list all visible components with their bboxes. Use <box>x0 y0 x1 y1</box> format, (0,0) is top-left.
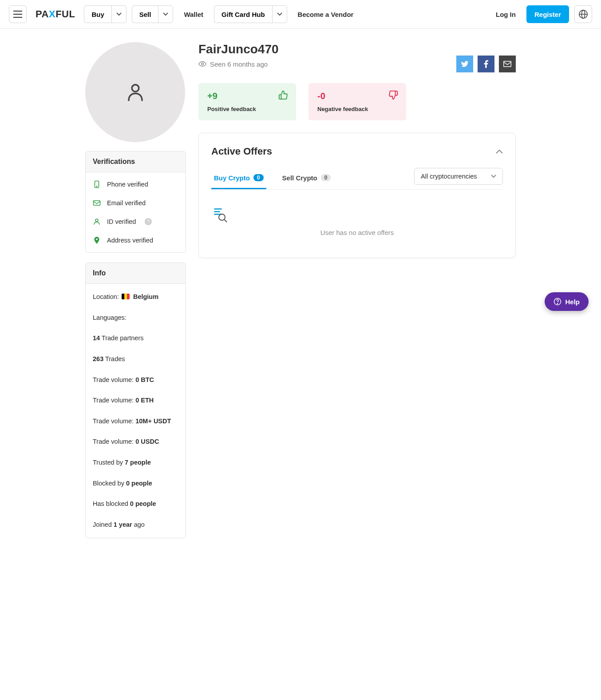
info-label: Location: <box>93 293 119 300</box>
info-label: Trades <box>103 355 125 362</box>
verification-label: Phone verified <box>107 181 148 188</box>
tab-buy-crypto[interactable]: Buy Crypto 0 <box>211 169 266 189</box>
negative-feedback-value: -0 <box>317 91 397 101</box>
giftcardhub-button[interactable]: Gift Card Hub <box>214 5 272 23</box>
svg-point-15 <box>558 303 558 304</box>
wallet-link[interactable]: Wallet <box>178 11 209 18</box>
buy-dropdown[interactable] <box>111 5 127 23</box>
verification-phone: Phone verified <box>86 175 186 194</box>
email-icon <box>503 61 511 67</box>
chevron-down-icon <box>116 12 122 16</box>
svg-rect-8 <box>504 61 511 67</box>
main-content: Verifications Phone verified Email verif… <box>76 29 525 561</box>
info-tv-usdt: Trade volume: 10M+ USDT <box>86 411 186 432</box>
svg-point-2 <box>132 84 139 91</box>
info-trusted: Trusted by 7 people <box>86 452 186 473</box>
svg-rect-10 <box>214 211 220 212</box>
location-pin-icon <box>93 236 101 244</box>
buy-group: Buy <box>84 5 126 23</box>
facebook-icon <box>484 60 488 68</box>
share-email[interactable] <box>499 56 516 72</box>
menu-button[interactable] <box>9 5 27 23</box>
tab-sell-crypto[interactable]: Sell Crypto 0 <box>280 169 334 189</box>
share-facebook[interactable] <box>478 56 494 72</box>
logo[interactable]: PAXFUL <box>36 8 75 20</box>
info-label: Joined <box>93 521 114 528</box>
twitter-icon <box>461 60 469 68</box>
svg-point-6 <box>95 219 98 222</box>
become-vendor-link[interactable]: Become a Vendor <box>293 11 359 18</box>
negative-feedback-card[interactable]: -0 Negative feedback <box>308 83 406 120</box>
info-value: 0 people <box>126 480 152 487</box>
offers-tabs: Buy Crypto 0 Sell Crypto 0 <box>211 169 333 189</box>
sell-button[interactable]: Sell <box>132 5 158 23</box>
buy-button[interactable]: Buy <box>84 5 111 23</box>
flag-icon <box>122 294 130 299</box>
share-twitter[interactable] <box>456 56 473 72</box>
sell-dropdown[interactable] <box>158 5 173 23</box>
crypto-filter-select[interactable]: All cryptocurrencies <box>414 168 503 185</box>
chevron-down-icon <box>491 175 496 178</box>
info-label: Trade volume: <box>93 397 135 404</box>
help-circle-icon <box>554 298 561 306</box>
tab-label: Buy Crypto <box>214 174 250 182</box>
feedback-row: +9 Positive feedback -0 Negative feedbac… <box>198 83 516 120</box>
info-value: 0 ETH <box>135 397 154 404</box>
crypto-filter-label: All cryptocurrencies <box>421 173 477 180</box>
logo-text-x: X <box>49 8 55 20</box>
giftcardhub-dropdown[interactable] <box>272 5 287 23</box>
register-button[interactable]: Register <box>526 5 569 23</box>
info-blocked-by: Blocked by 0 people <box>86 473 186 494</box>
avatar <box>85 42 185 142</box>
verification-id: ID verified ? <box>86 212 186 231</box>
last-seen-text: Seen 6 months ago <box>210 60 268 68</box>
info-value: 10M+ USDT <box>135 418 171 425</box>
help-button[interactable]: Help <box>545 292 589 311</box>
help-icon[interactable]: ? <box>145 218 152 225</box>
info-joined: Joined 1 year ago <box>86 514 186 535</box>
thumbs-down-icon <box>388 90 398 100</box>
login-link[interactable]: Log In <box>490 11 521 18</box>
svg-point-12 <box>219 214 225 220</box>
chevron-down-icon <box>277 12 282 16</box>
positive-feedback-card[interactable]: +9 Positive feedback <box>198 83 296 120</box>
info-label: Trade volume: <box>93 438 135 445</box>
verification-label: Email verified <box>107 199 146 207</box>
thumbs-up-icon <box>278 90 288 100</box>
username: FairJunco470 <box>198 42 279 56</box>
info-label: Trade partners <box>100 334 143 342</box>
language-button[interactable] <box>574 5 592 23</box>
help-label: Help <box>565 298 580 306</box>
svg-rect-9 <box>214 208 222 210</box>
negative-feedback-label: Negative feedback <box>317 106 397 112</box>
svg-point-7 <box>202 63 204 65</box>
info-card: Info Location: Belgium Languages: 14 Tra… <box>85 262 186 538</box>
positive-feedback-value: +9 <box>207 91 287 101</box>
info-label: Languages: <box>93 314 127 321</box>
info-languages: Languages: <box>86 307 186 328</box>
giftcard-group: Gift Card Hub <box>214 5 287 23</box>
email-icon <box>93 199 101 207</box>
info-label: Trade volume: <box>93 418 135 425</box>
info-tv-usdc: Trade volume: 0 USDC <box>86 431 186 452</box>
profile-header: FairJunco470 Seen 6 months ago <box>198 42 516 72</box>
id-icon <box>93 218 101 226</box>
info-trades: 263 Trades <box>86 349 186 370</box>
info-value: 0 people <box>130 500 156 507</box>
info-label: Has blocked <box>93 500 130 507</box>
info-value: 1 year <box>114 521 132 528</box>
active-offers-header[interactable]: Active Offers <box>211 146 503 157</box>
tab-badge: 0 <box>321 174 331 181</box>
verification-address: Address verified <box>86 231 186 250</box>
share-buttons <box>456 56 516 72</box>
empty-offers: User has no active offers <box>211 190 503 245</box>
info-label: Blocked by <box>93 480 126 487</box>
globe-icon <box>578 9 588 19</box>
svg-point-4 <box>96 186 97 187</box>
top-nav: PAXFUL Buy Sell Wallet Gift Card Hub Bec… <box>0 0 601 29</box>
eye-icon <box>198 60 206 68</box>
info-value: 263 <box>93 355 103 362</box>
user-icon <box>122 79 149 106</box>
info-location: Location: Belgium <box>86 286 186 307</box>
chevron-down-icon <box>163 12 168 16</box>
